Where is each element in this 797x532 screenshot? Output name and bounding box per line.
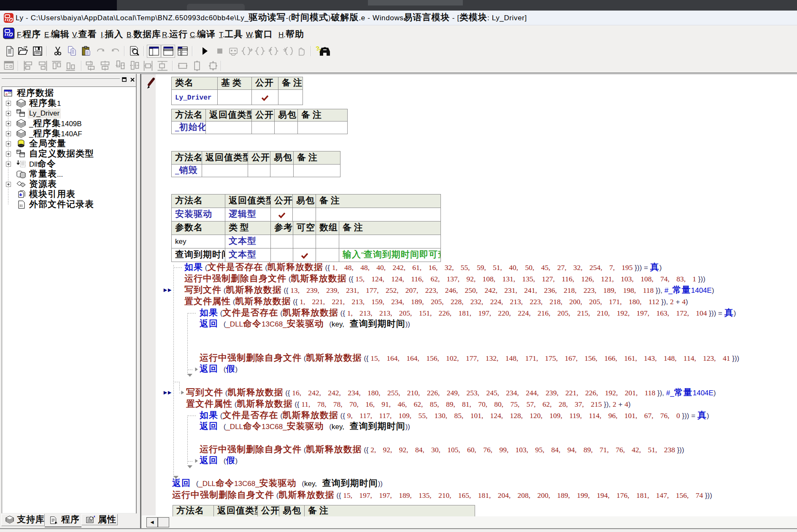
svg-text:e: e bbox=[5, 92, 8, 97]
svg-text:10: 10 bbox=[8, 91, 11, 94]
